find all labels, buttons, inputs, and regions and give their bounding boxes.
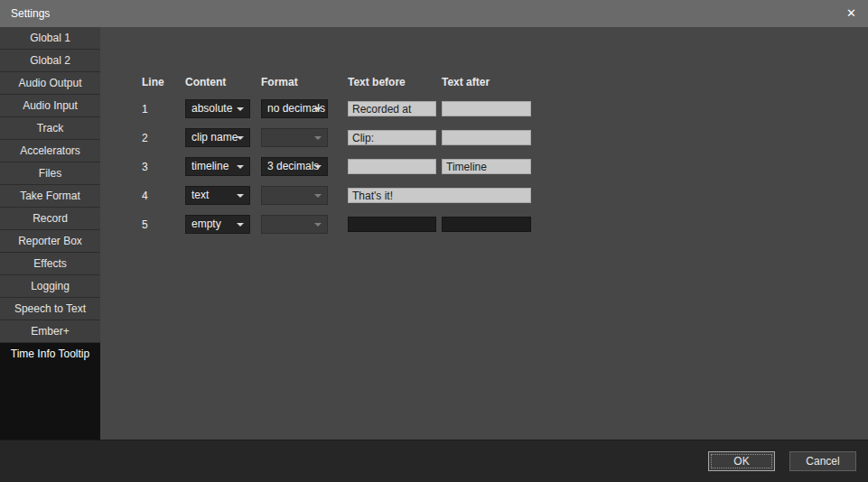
sidebar-item-global-1[interactable]: Global 1 bbox=[0, 27, 100, 50]
text-after-input[interactable] bbox=[442, 159, 531, 174]
table-header-row: Line Content Format Text before Text aft… bbox=[100, 76, 868, 90]
content-dropdown[interactable]: text bbox=[185, 186, 250, 205]
column-header-text-before: Text before bbox=[348, 76, 406, 88]
chevron-down-icon bbox=[237, 107, 244, 111]
dropdown-value: timeline bbox=[191, 158, 229, 175]
text-after-input bbox=[442, 217, 531, 232]
window-title: Settings bbox=[11, 0, 50, 27]
chevron-down-icon bbox=[314, 223, 322, 227]
content-dropdown[interactable]: absolute bbox=[185, 99, 250, 118]
format-dropdown bbox=[261, 186, 328, 205]
table-row: 3 timeline 3 decimals bbox=[100, 157, 868, 177]
table-row: 2 clip name bbox=[100, 128, 868, 148]
dropdown-value: text bbox=[191, 187, 209, 204]
column-header-format: Format bbox=[261, 76, 298, 88]
table-row: 1 absolute no decimals bbox=[100, 99, 868, 119]
sidebar-item-take-format[interactable]: Take Format bbox=[0, 185, 100, 208]
close-icon[interactable]: ✕ bbox=[846, 0, 856, 27]
sidebar-item-record[interactable]: Record bbox=[0, 208, 100, 230]
sidebar-item-effects[interactable]: Effects bbox=[0, 253, 100, 275]
sidebar-item-ember-plus[interactable]: Ember+ bbox=[0, 320, 100, 343]
line-number: 5 bbox=[142, 215, 148, 235]
time-info-tooltip-panel: Line Content Format Text before Text aft… bbox=[100, 27, 868, 440]
sidebar-item-audio-output[interactable]: Audio Output bbox=[0, 72, 100, 95]
chevron-down-icon bbox=[314, 107, 322, 111]
dropdown-value: empty bbox=[191, 216, 221, 233]
text-before-input[interactable] bbox=[348, 101, 436, 116]
text-before-input[interactable] bbox=[348, 188, 531, 203]
text-before-input bbox=[348, 217, 436, 232]
dropdown-value: clip name bbox=[191, 129, 238, 146]
sidebar: Global 1 Global 2 Audio Output Audio Inp… bbox=[0, 27, 100, 440]
dropdown-value: absolute bbox=[191, 100, 232, 117]
content-dropdown[interactable]: timeline bbox=[185, 157, 250, 176]
settings-window: Settings ✕ Global 1 Global 2 Audio Outpu… bbox=[0, 0, 868, 482]
content-dropdown[interactable]: clip name bbox=[185, 128, 250, 147]
ok-button[interactable]: OK bbox=[708, 451, 775, 471]
column-header-text-after: Text after bbox=[442, 76, 490, 88]
chevron-down-icon bbox=[314, 194, 322, 198]
line-number: 2 bbox=[142, 128, 148, 148]
sidebar-item-files[interactable]: Files bbox=[0, 162, 100, 185]
footer-bar: OK Cancel bbox=[0, 440, 868, 482]
chevron-down-icon bbox=[237, 136, 244, 140]
line-number: 4 bbox=[142, 186, 148, 206]
text-before-input[interactable] bbox=[348, 159, 436, 174]
chevron-down-icon bbox=[237, 165, 244, 169]
column-header-content: Content bbox=[185, 76, 226, 88]
sidebar-item-accelerators[interactable]: Accelerators bbox=[0, 140, 100, 162]
sidebar-item-audio-input[interactable]: Audio Input bbox=[0, 95, 100, 117]
format-dropdown bbox=[261, 215, 328, 234]
chevron-down-icon bbox=[237, 223, 244, 227]
column-header-line: Line bbox=[142, 76, 164, 88]
content-dropdown[interactable]: empty bbox=[185, 215, 250, 234]
text-before-input[interactable] bbox=[348, 130, 436, 145]
chevron-down-icon bbox=[314, 165, 322, 169]
chevron-down-icon bbox=[237, 194, 244, 198]
text-after-input[interactable] bbox=[442, 130, 531, 145]
sidebar-item-time-info-tooltip[interactable]: Time Info Tooltip bbox=[0, 343, 100, 366]
line-number: 1 bbox=[142, 99, 148, 119]
chevron-down-icon bbox=[314, 136, 322, 140]
sidebar-item-reporter-box[interactable]: Reporter Box bbox=[0, 230, 100, 253]
format-dropdown[interactable]: 3 decimals bbox=[261, 157, 328, 176]
format-dropdown[interactable]: no decimals bbox=[261, 99, 328, 118]
title-bar: Settings ✕ bbox=[0, 0, 868, 27]
cancel-button[interactable]: Cancel bbox=[789, 451, 856, 471]
format-dropdown bbox=[261, 128, 328, 147]
sidebar-item-speech-to-text[interactable]: Speech to Text bbox=[0, 298, 100, 320]
table-row: 4 text bbox=[100, 186, 868, 206]
sidebar-item-logging[interactable]: Logging bbox=[0, 275, 100, 298]
text-after-input[interactable] bbox=[442, 101, 531, 116]
sidebar-item-global-2[interactable]: Global 2 bbox=[0, 50, 100, 72]
sidebar-item-track[interactable]: Track bbox=[0, 117, 100, 140]
dropdown-value: 3 decimals bbox=[267, 158, 319, 175]
line-number: 3 bbox=[142, 157, 148, 177]
table-row: 5 empty bbox=[100, 215, 868, 235]
